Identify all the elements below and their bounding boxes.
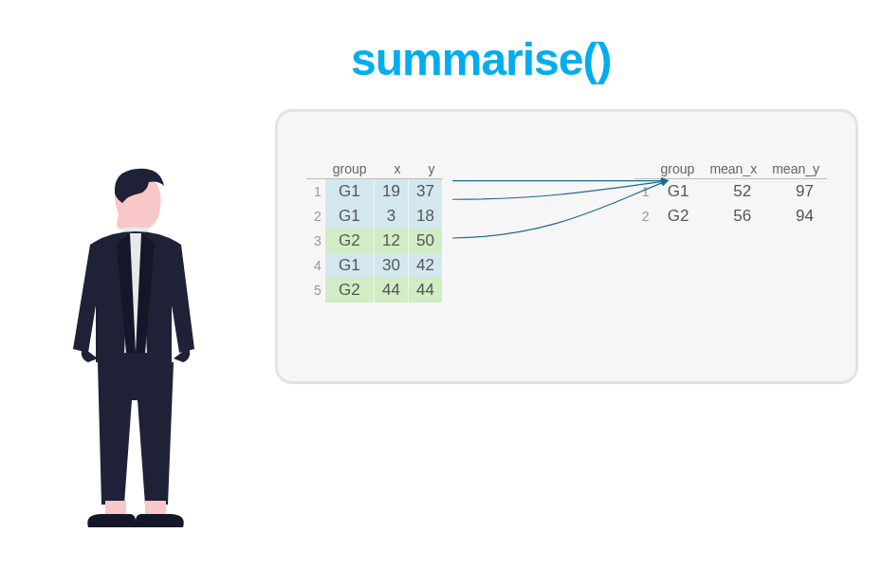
cell-group: G2 — [653, 204, 703, 229]
input-table: group x y 1 G1 19 37 2 G1 3 18 — [306, 159, 443, 303]
output-table: group mean_x mean_y 1 G1 52 97 2 G2 56 9… — [634, 159, 827, 229]
row-index: 2 — [634, 204, 653, 229]
table-row: 3 G2 12 50 — [306, 229, 442, 253]
diagram-panel: group x y 1 G1 19 37 2 G1 3 18 — [275, 109, 858, 384]
col-header: y — [409, 159, 443, 179]
col-header: mean_x — [702, 159, 764, 179]
svg-rect-2 — [145, 501, 166, 514]
cell-meany: 94 — [764, 204, 827, 229]
cell-group: G2 — [325, 229, 375, 253]
cell-group: G2 — [325, 278, 375, 303]
cell-group: G1 — [653, 179, 703, 205]
cell-x: 19 — [375, 179, 409, 205]
col-header: x — [375, 159, 409, 179]
cell-x: 3 — [375, 204, 409, 229]
cell-y: 18 — [409, 204, 443, 229]
page-title: summarise() — [351, 33, 611, 85]
person-illustration — [24, 161, 261, 560]
svg-point-0 — [144, 197, 156, 212]
table-row: 5 G2 44 44 — [306, 278, 442, 303]
col-header: mean_y — [764, 159, 827, 179]
table-row: 1 G1 19 37 — [306, 179, 442, 205]
table-row: 2 G2 56 94 — [634, 204, 827, 229]
cell-meanx: 56 — [702, 204, 764, 229]
col-header: group — [653, 159, 703, 179]
cell-y: 50 — [409, 229, 443, 253]
table-row: 2 G1 3 18 — [306, 204, 442, 229]
cell-y: 44 — [409, 278, 443, 303]
row-index: 1 — [306, 179, 325, 205]
cell-x: 30 — [375, 253, 409, 278]
row-index: 2 — [306, 204, 325, 229]
row-index: 5 — [306, 278, 325, 303]
cell-x: 44 — [375, 278, 409, 303]
table-row: 4 G1 30 42 — [306, 253, 442, 278]
cell-y: 37 — [409, 179, 443, 205]
cell-x: 12 — [375, 229, 409, 253]
col-header: group — [325, 159, 375, 179]
table-row: 1 G1 52 97 — [634, 179, 827, 205]
row-index: 3 — [306, 229, 325, 253]
row-index: 1 — [634, 179, 653, 205]
row-index: 4 — [306, 253, 325, 278]
cell-meanx: 52 — [702, 179, 764, 205]
svg-rect-1 — [105, 501, 126, 514]
cell-group: G1 — [325, 179, 375, 205]
cell-meany: 97 — [764, 179, 827, 205]
cell-y: 42 — [409, 253, 443, 278]
cell-group: G1 — [325, 253, 375, 278]
cell-group: G1 — [325, 204, 375, 229]
